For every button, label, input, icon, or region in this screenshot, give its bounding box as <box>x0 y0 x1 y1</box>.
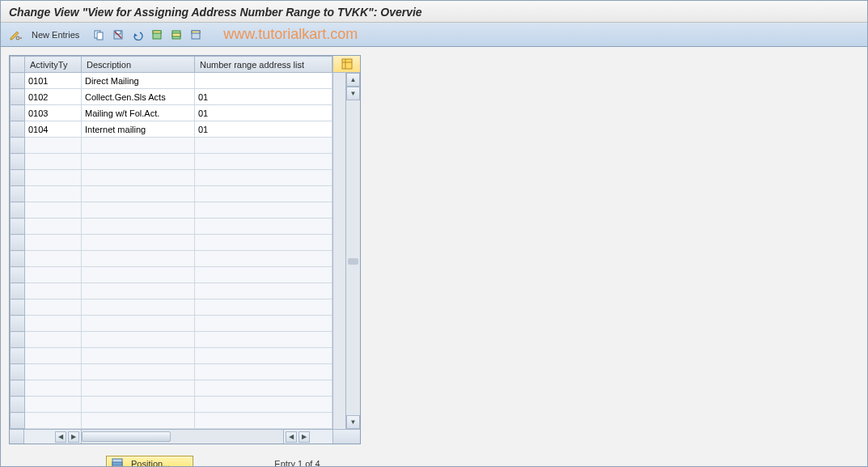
position-button[interactable]: Position... <box>106 456 193 467</box>
number-range-cell[interactable] <box>195 235 332 251</box>
description-cell[interactable]: Mailing w/t Fol.Act. <box>82 105 195 121</box>
activity-cell[interactable] <box>25 219 82 235</box>
description-cell[interactable] <box>82 170 195 186</box>
row-selector[interactable] <box>11 235 25 251</box>
description-column-header[interactable]: Description <box>82 57 195 73</box>
number-range-cell[interactable] <box>195 186 332 202</box>
activity-cell[interactable] <box>25 348 82 364</box>
description-cell[interactable]: Direct Mailing <box>82 73 195 89</box>
description-cell[interactable] <box>82 267 195 283</box>
row-selector[interactable] <box>11 121 25 138</box>
activity-cell[interactable] <box>25 332 82 348</box>
row-selector[interactable] <box>11 283 25 299</box>
activity-cell[interactable] <box>25 397 82 413</box>
scroll-down-step-button[interactable]: ▼ <box>346 87 360 100</box>
activity-cell[interactable] <box>25 380 82 397</box>
number-range-cell[interactable] <box>195 380 332 397</box>
description-cell[interactable] <box>82 299 195 316</box>
number-range-cell[interactable] <box>195 397 332 413</box>
activity-cell[interactable] <box>25 170 82 186</box>
hscroll-right-button[interactable]: ▶ <box>299 431 310 443</box>
description-cell[interactable] <box>82 332 195 348</box>
number-range-cell[interactable] <box>195 251 332 267</box>
activity-cell[interactable]: 0101 <box>25 73 82 89</box>
activity-cell[interactable]: 0104 <box>25 121 82 138</box>
number-range-cell[interactable] <box>195 364 332 380</box>
row-selector[interactable] <box>11 138 25 154</box>
row-selector[interactable] <box>11 397 25 413</box>
activity-cell[interactable] <box>25 186 82 202</box>
description-cell[interactable] <box>82 348 195 364</box>
scroll-down-button[interactable]: ▼ <box>346 415 360 429</box>
activity-cell[interactable] <box>25 299 82 316</box>
description-cell[interactable] <box>82 413 195 429</box>
row-selector[interactable] <box>11 251 25 267</box>
description-cell[interactable] <box>82 138 195 154</box>
description-cell[interactable] <box>82 219 195 235</box>
number-range-cell[interactable] <box>195 154 332 170</box>
vertical-scrollbar[interactable]: ▲ ▼ ▼ <box>333 73 360 429</box>
row-selector[interactable] <box>11 413 25 429</box>
toggle-change-display-button[interactable] <box>7 27 23 43</box>
number-range-cell[interactable] <box>195 219 332 235</box>
activity-cell[interactable] <box>25 138 82 154</box>
description-cell[interactable] <box>82 251 195 267</box>
description-cell[interactable] <box>82 186 195 202</box>
activity-cell[interactable] <box>25 413 82 429</box>
delete-button[interactable] <box>110 27 126 43</box>
scroll-up-button[interactable]: ▲ <box>346 73 360 87</box>
activity-cell[interactable] <box>25 202 82 219</box>
activity-cell[interactable]: 0103 <box>25 105 82 121</box>
number-range-cell[interactable] <box>195 348 332 364</box>
activity-cell[interactable] <box>25 251 82 267</box>
row-selector[interactable] <box>11 364 25 380</box>
row-selector[interactable] <box>11 332 25 348</box>
number-range-cell[interactable] <box>195 316 332 332</box>
activity-cell[interactable] <box>25 283 82 299</box>
row-selector[interactable] <box>11 299 25 316</box>
number-range-cell[interactable] <box>195 283 332 299</box>
activity-cell[interactable]: 0102 <box>25 89 82 105</box>
number-range-cell[interactable] <box>195 170 332 186</box>
undo-button[interactable] <box>129 27 146 43</box>
row-selector[interactable] <box>11 73 25 89</box>
select-all-button[interactable] <box>149 27 165 43</box>
description-cell[interactable] <box>82 235 195 251</box>
number-range-cell[interactable] <box>195 413 332 429</box>
description-cell[interactable] <box>82 154 195 170</box>
number-range-cell[interactable]: 01 <box>195 105 332 121</box>
number-range-cell[interactable] <box>195 267 332 283</box>
description-cell[interactable] <box>82 202 195 219</box>
hscroll-left-button[interactable]: ◀ <box>55 431 66 443</box>
row-selector[interactable] <box>11 267 25 283</box>
select-block-button[interactable] <box>168 27 184 43</box>
number-range-cell[interactable] <box>195 332 332 348</box>
description-cell[interactable] <box>82 397 195 413</box>
description-cell[interactable] <box>82 364 195 380</box>
hscroll-thumb[interactable] <box>82 431 171 442</box>
number-range-cell[interactable] <box>195 202 332 219</box>
select-column-header[interactable] <box>11 57 25 73</box>
row-selector[interactable] <box>11 202 25 219</box>
number-range-column-header[interactable]: Number range address list <box>195 57 332 73</box>
table-settings-button[interactable] <box>333 56 360 73</box>
hscroll-right-step-button[interactable]: ▶ <box>68 431 79 443</box>
description-cell[interactable] <box>82 380 195 397</box>
row-selector[interactable] <box>11 89 25 105</box>
row-selector[interactable] <box>11 316 25 332</box>
row-selector[interactable] <box>11 219 25 235</box>
copy-as-button[interactable] <box>91 27 107 43</box>
row-selector[interactable] <box>11 380 25 397</box>
row-selector[interactable] <box>11 348 25 364</box>
activity-cell[interactable] <box>25 267 82 283</box>
activity-column-header[interactable]: ActivityTy <box>25 57 82 73</box>
description-cell[interactable]: Internet mailing <box>82 121 195 138</box>
description-cell[interactable]: Collect.Gen.Sls Acts <box>82 89 195 105</box>
description-cell[interactable] <box>82 316 195 332</box>
description-cell[interactable] <box>82 283 195 299</box>
activity-cell[interactable] <box>25 316 82 332</box>
number-range-cell[interactable]: 01 <box>195 89 332 105</box>
number-range-cell[interactable] <box>195 138 332 154</box>
row-selector[interactable] <box>11 105 25 121</box>
number-range-cell[interactable] <box>195 299 332 316</box>
